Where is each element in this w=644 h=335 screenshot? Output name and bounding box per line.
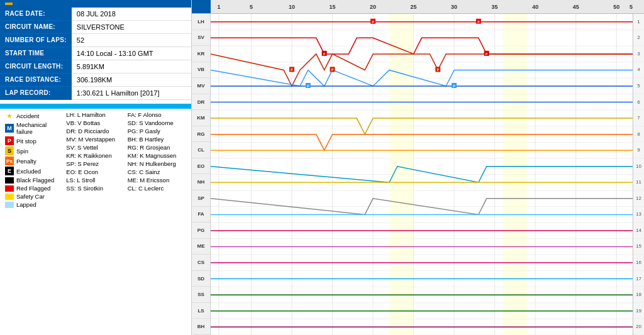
key-driver-item: CS: C Sainz [128,168,186,175]
info-grid: RACE DATE:08 JUL 2018CIRCUIT NAME:SILVER… [0,8,191,100]
red-flag-box [5,185,14,192]
lap-tick: 40 [532,4,538,10]
key-driver-item: LS: L Stroll [66,177,125,184]
pos-label-row: 9 [633,142,644,158]
pos-label-row: 4 [633,62,644,79]
info-value: 306.198KM [72,74,191,87]
penalty-icon: Ps [5,157,14,165]
key-driver-item: EO: E Ocon [66,168,125,175]
pos-label-row: 3 [633,46,644,62]
driver-label-row: LS [192,303,210,319]
pos-label-row: 15 [633,239,644,255]
lap-tick: 52 [630,4,633,10]
info-value: SILVERSTONE [72,21,191,34]
right-panel: 1510152025303540455052 LHSVKRVBMVDRKMRGC… [192,0,644,335]
laps-header: 1510152025303540455052 [211,0,633,13]
key-driver-item: SS: S Sirotkin [66,185,125,192]
info-label: START TIME [0,47,72,60]
driver-label-row: PG [192,222,210,239]
spin-icon: S [5,146,14,155]
key-driver-item: SP: S Perez [66,160,125,167]
driver-label-row: SD [192,271,210,287]
svg-rect-34 [503,14,528,335]
key-penalty: Ps Penalty [5,157,64,165]
pos-labels: 1234567891011121314151617181920 [633,14,644,335]
lap-tick: 15 [330,4,336,10]
lap-tick: 1 [217,4,220,10]
driver-label-row: CL [192,142,210,158]
key-driver-item: CL: C Leclerc [128,185,186,192]
key-lapped: Lapped [5,201,64,208]
pos-label-row: 7 [633,110,644,126]
info-value: 5.891KM [72,60,191,74]
info-value: 08 JUL 2018 [72,8,191,21]
driver-label-row: LH [192,14,210,30]
key-driver-item: SD: S Vandoorne [128,119,186,126]
pos-label-row: 5 [633,78,644,94]
info-label: CIRCUIT LENGTH: [0,60,72,74]
driver-label-row: SV [192,30,210,47]
info-label: CIRCUIT NAME: [0,21,72,34]
pos-label-row: 19 [633,303,644,319]
pos-label-row: 18 [633,287,644,303]
key-driver-item: VB: V Bottas [66,119,125,126]
pos-label-row: 12 [633,190,644,207]
key-driver-item: BH: B Hartley [128,136,186,143]
round-badge [5,3,13,5]
key-driver-item: PG: P Gasly [128,128,186,135]
key-col-1: ★ Accident M Mechanical failure P Pit st… [5,111,64,208]
info-value: 1:30.621 L Hamilton [2017] [72,87,191,100]
key-safety-car: Safety Car [5,193,64,200]
driver-label-row: CS [192,255,210,271]
chart-area: PPPPPPPPP [211,14,633,335]
driver-labels: LHSVKRVBMVDRKMRGCLEONHSPFAPGMECSSDSSLSBH [192,14,211,335]
lapped-box [5,202,14,208]
chart-svg: PPPPPPPPP [211,14,633,335]
lap-tick: 25 [411,4,417,10]
driver-label-row: NH [192,174,210,190]
driver-label-row: ME [192,239,210,255]
key-header [0,104,191,109]
driver-label-row: BH [192,319,210,335]
driver-label-row: FA [192,207,210,223]
key-driver-item: KM: K Magnussen [128,152,186,159]
lap-tick: 5 [250,4,253,10]
lap-tick: 35 [492,4,498,10]
key-spin: S Spin [5,146,64,155]
lap-tick: 50 [613,4,619,10]
pos-label-row: 13 [633,207,644,223]
driver-label-row: EO [192,158,210,175]
key-accident: ★ Accident [5,111,64,120]
lap-tick: 30 [451,4,457,10]
key-black-flagged: Black Flagged [5,177,64,184]
black-flag-box [5,177,14,184]
driver-label-row: SP [192,190,210,207]
safety-car-box [5,194,14,200]
driver-label-row: DR [192,94,210,111]
pos-label-row: 2 [633,30,644,47]
pos-label-row: 11 [633,174,644,190]
driver-label-row: RG [192,126,210,143]
info-label: LAP RECORD: [0,87,72,100]
key-col-2: LH: L HamiltonVB: V BottasDR: D Ricciard… [66,111,125,208]
info-label: RACE DISTANCE: [0,74,72,87]
round-header [0,0,191,8]
key-driver-item: RG: R Grosjean [128,144,186,151]
info-value: 52 [72,34,191,47]
pos-label-row: 1 [633,14,644,30]
driver-label-row: KM [192,110,210,126]
key-driver-item: SV: S Vettel [66,144,125,151]
info-label: RACE DATE: [0,8,72,21]
key-driver-item: FA: F Alonso [128,111,186,118]
pitstop-icon: P [5,136,14,145]
key-red-flagged: Red Flagged [5,185,64,192]
chart-header: 1510152025303540455052 [192,0,644,14]
driver-label-row: MV [192,78,210,94]
pos-label-row: 17 [633,271,644,287]
pos-label-row: 10 [633,158,644,175]
info-value: 14:10 Local - 13:10 GMT [72,47,191,60]
grid-label [192,0,211,13]
key-driver-item: NH: N Hulkenberg [128,160,186,167]
chart-body: LHSVKRVBMVDRKMRGCLEONHSPFAPGMECSSDSSLSBH… [192,14,644,335]
lap-tick: 10 [289,4,295,10]
